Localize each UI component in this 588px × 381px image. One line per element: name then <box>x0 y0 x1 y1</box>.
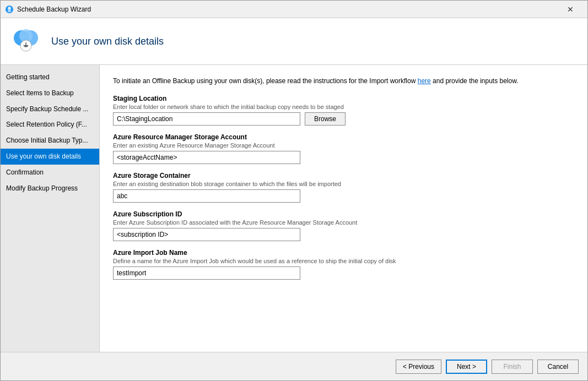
storage-container-input[interactable] <box>113 189 300 203</box>
arm-storage-input[interactable] <box>113 151 300 164</box>
staging-location-row: Browse <box>113 112 574 126</box>
sidebar-item-select-items[interactable]: Select Items to Backup <box>1 85 99 101</box>
footer: < Previous Next > Finish Cancel <box>1 352 587 380</box>
intro-before-link: To initiate an Offline Backup using your… <box>113 77 418 85</box>
subscription-id-group: Azure Subscription ID Enter Azure Subscr… <box>113 210 574 241</box>
sidebar-item-getting-started[interactable]: Getting started <box>1 69 99 85</box>
wizard-window: Schedule Backup Wizard ✕ Use your own di… <box>0 0 588 381</box>
staging-location-input[interactable] <box>113 112 300 126</box>
main-content: To initiate an Offline Backup using your… <box>100 65 587 352</box>
arm-storage-desc: Enter an existing Azure Resource Manager… <box>113 142 574 149</box>
wizard-icon <box>5 5 14 14</box>
subscription-id-input[interactable] <box>113 228 300 241</box>
import-job-name-input[interactable] <box>113 266 300 280</box>
sidebar-item-retention-policy[interactable]: Select Retention Policy (F... <box>1 117 99 133</box>
finish-button[interactable]: Finish <box>492 360 533 374</box>
intro-after-link: and provide the inputs below. <box>431 77 519 85</box>
window-title: Schedule Backup Wizard <box>17 6 558 13</box>
import-job-name-label: Azure Import Job Name <box>113 249 574 257</box>
body: Getting started Select Items to Backup S… <box>1 65 587 352</box>
svg-point-1 <box>8 7 11 10</box>
intro-link[interactable]: here <box>418 77 431 85</box>
header-icon <box>9 25 42 58</box>
sidebar: Getting started Select Items to Backup S… <box>1 65 100 352</box>
page-title: Use your own disk details <box>51 36 164 47</box>
header-band: Use your own disk details <box>1 18 587 65</box>
backup-icon <box>10 26 41 57</box>
arm-storage-group: Azure Resource Manager Storage Account E… <box>113 133 574 164</box>
import-job-name-row <box>113 266 574 280</box>
import-job-name-group: Azure Import Job Name Define a name for … <box>113 249 574 280</box>
sidebar-item-backup-schedule[interactable]: Specify Backup Schedule ... <box>1 101 99 117</box>
subscription-id-label: Azure Subscription ID <box>113 210 574 218</box>
sidebar-item-confirmation[interactable]: Confirmation <box>1 165 99 181</box>
subscription-id-desc: Enter Azure Subscription ID associated w… <box>113 219 574 226</box>
storage-container-row <box>113 189 574 203</box>
sidebar-item-own-disk[interactable]: Use your own disk details <box>1 149 99 165</box>
subscription-id-row <box>113 228 574 241</box>
sidebar-item-initial-backup[interactable]: Choose Initial Backup Typ... <box>1 133 99 149</box>
arm-storage-row <box>113 151 574 164</box>
storage-container-group: Azure Storage Container Enter an existin… <box>113 172 574 203</box>
staging-location-group: Staging Location Enter local folder or n… <box>113 95 574 126</box>
intro-text: To initiate an Offline Backup using your… <box>113 76 574 86</box>
storage-container-label: Azure Storage Container <box>113 172 574 179</box>
cancel-button[interactable]: Cancel <box>537 360 579 374</box>
import-job-name-desc: Define a name for the Azure Import Job w… <box>113 258 574 264</box>
staging-location-label: Staging Location <box>113 95 574 102</box>
browse-button[interactable]: Browse <box>305 112 346 126</box>
storage-container-desc: Enter an existing destination blob stora… <box>113 181 574 187</box>
svg-rect-2 <box>8 10 11 12</box>
close-button[interactable]: ✕ <box>558 1 583 18</box>
staging-location-desc: Enter local folder or network share to w… <box>113 104 574 110</box>
sidebar-item-modify-backup[interactable]: Modify Backup Progress <box>1 181 99 197</box>
title-bar: Schedule Backup Wizard ✕ <box>1 1 587 18</box>
arm-storage-label: Azure Resource Manager Storage Account <box>113 133 574 141</box>
previous-button[interactable]: < Previous <box>396 360 441 374</box>
next-button[interactable]: Next > <box>446 360 487 374</box>
